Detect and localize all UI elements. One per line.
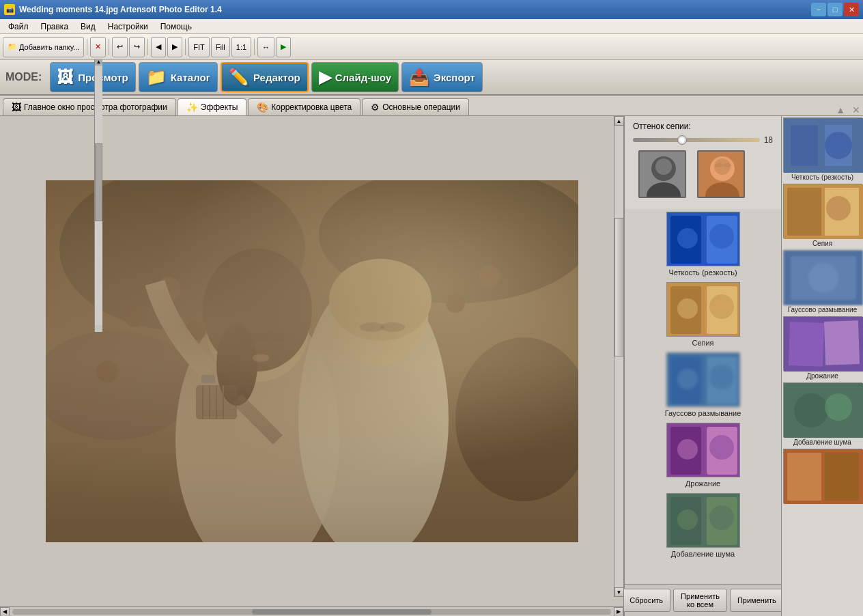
apply-button[interactable]: Применить <box>730 589 784 612</box>
menu-file[interactable]: Файл <box>3 20 34 33</box>
view-icon: 🖼 <box>57 68 74 87</box>
effect-label-noise: Добавление шума <box>671 550 735 558</box>
toolbar-sep-5 <box>254 39 255 55</box>
menu-bar: Файл Правка Вид Настройки Помощь <box>0 19 863 34</box>
photo-horizontal-scrollbar[interactable]: ◀ ▶ <box>0 606 623 616</box>
far-effect-blur-thumb[interactable] <box>783 250 862 305</box>
sepia-slider-thumb[interactable] <box>677 135 687 145</box>
undo-button[interactable]: ↩ <box>112 37 128 57</box>
reset-button[interactable]: Сбросить <box>622 589 670 612</box>
far-effect-last-thumb[interactable] <box>783 449 862 503</box>
prev-button[interactable]: ◀ <box>151 37 166 57</box>
svg-point-5 <box>124 307 145 327</box>
mode-export-button[interactable]: 📤 Экспорт <box>401 62 483 92</box>
tab-effects-icon: ✨ <box>186 102 198 113</box>
fit-button[interactable]: FIT <box>188 37 210 57</box>
scroll-down-arrow[interactable]: ▼ <box>614 587 624 597</box>
sepia-label: Оттенок сепии: <box>633 122 773 131</box>
scroll-right-arrow[interactable]: ▶ <box>614 607 623 617</box>
vscroll-track <box>614 126 624 587</box>
svg-point-10 <box>479 265 500 287</box>
far-effect-blur-label: Гауссово размывание <box>782 306 863 313</box>
slideshow-icon: ▶ <box>319 68 331 87</box>
far-effect-sharp-thumb[interactable] <box>783 117 862 172</box>
svg-point-22 <box>380 322 405 332</box>
svg-point-63 <box>677 509 698 530</box>
redo-button[interactable]: ↪ <box>129 37 145 57</box>
mode-catalog-button[interactable]: 📁 Каталог <box>139 62 218 92</box>
close-button[interactable]: ✕ <box>844 3 859 16</box>
tab-basic-ops[interactable]: ⚙ Основные операции <box>362 98 469 115</box>
svg-point-67 <box>825 132 852 159</box>
toolbar-sep-1 <box>87 39 87 55</box>
play-button[interactable]: ▶ <box>276 37 291 57</box>
tab-color-correct[interactable]: 🎨 Корректировка цвета <box>248 98 360 115</box>
sepia-color-preview[interactable] <box>697 150 745 198</box>
minimize-button[interactable]: − <box>811 3 826 16</box>
vscroll-thumb[interactable] <box>614 218 624 356</box>
tab-ops-icon: ⚙ <box>371 102 380 113</box>
far-effect-noise-thumb[interactable] <box>783 382 862 437</box>
sepia-bw-preview[interactable] <box>638 150 686 198</box>
svg-point-9 <box>446 294 465 313</box>
effect-thumb-noise[interactable] <box>666 493 740 548</box>
svg-point-18 <box>298 276 449 542</box>
scroll-left-arrow[interactable]: ◀ <box>0 607 10 617</box>
mode-slideshow-button[interactable]: ▶ Слайд-шоу <box>311 62 399 92</box>
effect-item-gaussian-blur[interactable]: Гауссово размывание <box>627 352 778 417</box>
fill-button[interactable]: Fill <box>211 37 230 57</box>
svg-rect-76 <box>789 322 824 367</box>
svg-point-16 <box>257 332 285 343</box>
add-folder-button[interactable]: 📁 Добавить папку... <box>3 37 84 57</box>
far-right-scroll[interactable]: Четкость (резкость) Сепия <box>782 116 863 616</box>
sepia-control: Оттенок сепии: 18 <box>625 116 781 209</box>
menu-settings[interactable]: Настройки <box>102 20 154 33</box>
tab-effects[interactable]: ✨ Эффекты <box>178 98 247 115</box>
photo-vertical-scrollbar[interactable]: ▲ ▼ <box>614 116 623 597</box>
svg-rect-69 <box>787 188 821 236</box>
delete-button[interactable]: ✕ <box>90 37 106 57</box>
far-effect-sepia-thumb[interactable] <box>783 184 862 238</box>
svg-rect-24 <box>196 385 237 419</box>
effect-item-shake[interactable]: Дрожание <box>627 423 778 488</box>
effect-label-sharpness: Четкость (резкость) <box>668 268 737 277</box>
maximize-button[interactable]: □ <box>827 3 843 16</box>
photo-svg <box>46 180 578 542</box>
effects-panel: Оттенок сепии: 18 <box>624 116 781 616</box>
effect-thumb-sepia[interactable] <box>666 282 740 337</box>
sepia-previews <box>633 150 773 204</box>
menu-edit[interactable]: Правка <box>36 20 74 33</box>
next-button[interactable]: ▶ <box>167 37 182 57</box>
svg-point-53 <box>677 369 698 389</box>
tab-color-icon: 🎨 <box>257 102 268 113</box>
tab-main-view[interactable]: 🖼 Главное окно просмотра фотографии <box>3 98 176 115</box>
zoom-1-1-button[interactable]: 1:1 <box>231 37 251 57</box>
fullscreen-button[interactable]: ↔ <box>257 37 274 57</box>
effect-item-sharpness[interactable]: Четкость (резкость) <box>627 212 778 277</box>
far-effect-shake-thumb[interactable] <box>783 316 862 371</box>
menu-view[interactable]: Вид <box>75 20 101 33</box>
far-effect-noise-label: Добавление шума <box>782 438 863 446</box>
panel-close-x-button[interactable]: ✕ <box>852 104 860 115</box>
apply-all-button[interactable]: Применитько всем <box>673 589 727 612</box>
svg-rect-65 <box>791 125 818 166</box>
mode-view-button[interactable]: 🖼 Просмотр <box>50 62 135 92</box>
effect-item-noise[interactable]: Добавление шума <box>627 493 778 558</box>
effect-thumb-sharpness[interactable] <box>666 212 740 266</box>
menu-help[interactable]: Помощь <box>155 20 197 33</box>
mode-editor-button[interactable]: ✏️ Редактор <box>221 62 309 92</box>
scroll-up-arrow[interactable]: ▲ <box>614 116 624 126</box>
svg-point-38 <box>723 163 731 167</box>
hscroll-thumb[interactable] <box>252 609 432 615</box>
effect-item-sepia[interactable]: Сепия <box>627 282 778 347</box>
sepia-slider[interactable] <box>633 138 760 142</box>
effect-thumb-gaussian-blur[interactable] <box>666 352 740 407</box>
far-effect-shake-label: Дрожание <box>782 372 863 380</box>
sepia-value: 18 <box>764 135 773 145</box>
panel-close-button[interactable]: ▲ <box>836 104 845 115</box>
svg-point-2 <box>319 180 578 303</box>
main-area: 🖼 Главное окно просмотра фотографии ✨ Эф… <box>0 96 863 616</box>
svg-point-19 <box>333 269 428 365</box>
far-effect-sepia-label: Сепия <box>782 240 863 247</box>
effect-thumb-shake[interactable] <box>666 423 740 477</box>
